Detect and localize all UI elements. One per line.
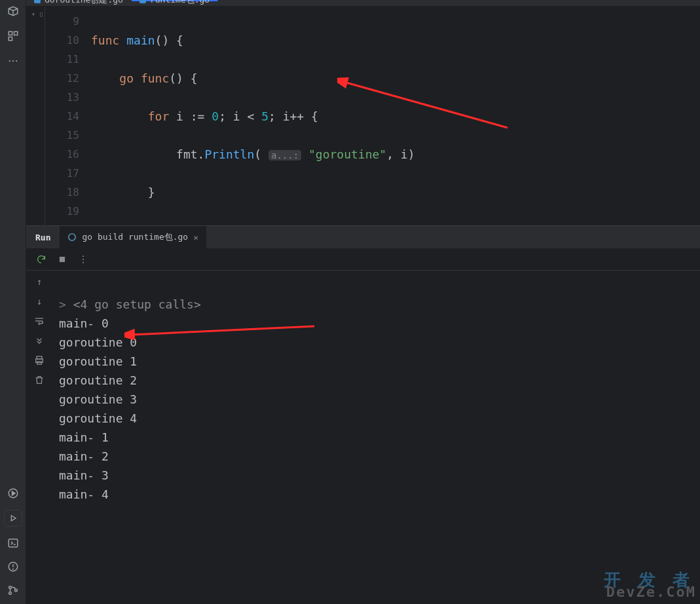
svg-point-18: [83, 255, 84, 257]
code-content[interactable]: func main() { go func() { for i := 0; i …: [88, 7, 700, 225]
stop-icon[interactable]: [56, 254, 68, 265]
scroll-up-icon[interactable]: ↑: [33, 276, 45, 288]
fold-bar[interactable]: [45, 7, 52, 225]
rerun-icon[interactable]: [35, 254, 47, 265]
tab-runtime[interactable]: runtime包.go: [132, 0, 218, 1]
svg-line-24: [131, 326, 314, 335]
more-options-icon[interactable]: [77, 254, 89, 265]
svg-point-13: [9, 592, 11, 595]
svg-point-16: [69, 234, 76, 241]
console-output[interactable]: > <4 go setup calls> main- 0 goroutine 0…: [52, 271, 700, 604]
svg-rect-1: [14, 31, 17, 35]
svg-point-20: [83, 261, 84, 263]
run-config-tab[interactable]: go build runtime包.go ×: [60, 226, 206, 248]
project-icon[interactable]: [6, 4, 20, 18]
version-control-icon[interactable]: [6, 583, 20, 597]
soft-wrap-icon[interactable]: [33, 315, 45, 327]
services-icon[interactable]: [6, 486, 20, 500]
scroll-to-end-icon[interactable]: [33, 335, 45, 347]
go-file-icon: [34, 0, 41, 3]
run-config-label: go build runtime包.go: [82, 231, 188, 243]
run-header: Run go build runtime包.go ×: [26, 226, 700, 248]
annotation-arrow: [124, 323, 321, 343]
gutter-breakpoints[interactable]: ▾ ▯: [26, 7, 45, 225]
svg-point-11: [12, 569, 13, 569]
more-icon[interactable]: [6, 54, 20, 68]
svg-rect-2: [9, 37, 12, 41]
watermark-text-en: DevZe.CoM: [606, 582, 696, 601]
run-tool-icon[interactable]: [4, 510, 22, 527]
svg-point-12: [9, 586, 11, 589]
code-editor[interactable]: ▾ ▯ 9 10 11 12 13 14 15 16 17 18 19 20 2…: [26, 7, 700, 225]
line-numbers: 9 10 11 12 13 14 15 16 17 18 19 20 21 22…: [52, 7, 88, 225]
go-file-icon: [139, 0, 146, 3]
svg-marker-8: [11, 516, 16, 521]
svg-rect-0: [9, 31, 12, 35]
run-panel: Run go build runtime包.go × ↑ ↓: [26, 225, 700, 604]
problems-icon[interactable]: [6, 559, 20, 574]
console-left-toolbar: ↑ ↓: [26, 271, 52, 604]
svg-rect-17: [60, 256, 65, 261]
svg-marker-7: [12, 491, 15, 495]
left-tool-rail: [0, 0, 26, 604]
svg-point-3: [9, 60, 10, 62]
go-run-icon: [67, 233, 77, 242]
run-title: Run: [26, 233, 60, 242]
svg-point-5: [16, 60, 17, 62]
editor-tabstrip: Goroutine创建.go runtime包.go: [26, 0, 700, 7]
fold-chevron-icon[interactable]: >: [59, 297, 66, 311]
print-icon[interactable]: [33, 354, 45, 366]
svg-point-19: [83, 259, 84, 260]
terminal-icon[interactable]: [6, 536, 20, 550]
trash-icon[interactable]: [33, 374, 45, 386]
scroll-down-icon[interactable]: ↓: [33, 295, 45, 307]
structure-icon[interactable]: [6, 29, 20, 43]
tab-label: Goroutine创建.go: [45, 0, 123, 6]
run-toolbar: [26, 248, 700, 271]
svg-point-4: [12, 60, 13, 62]
svg-point-14: [14, 589, 17, 592]
tab-label: runtime包.go: [150, 0, 210, 6]
close-icon[interactable]: ×: [193, 233, 198, 242]
